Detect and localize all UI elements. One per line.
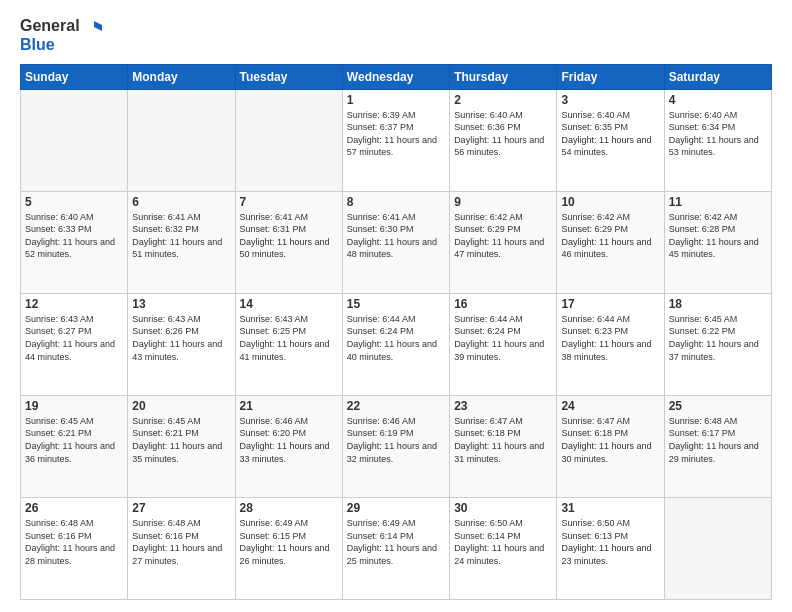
logo-arrow-icon <box>82 16 102 36</box>
day-info: Sunrise: 6:40 AM Sunset: 6:34 PM Dayligh… <box>669 109 767 159</box>
calendar-cell-4-1: 27Sunrise: 6:48 AM Sunset: 6:16 PM Dayli… <box>128 497 235 599</box>
calendar-cell-3-3: 22Sunrise: 6:46 AM Sunset: 6:19 PM Dayli… <box>342 395 449 497</box>
day-number: 29 <box>347 501 445 515</box>
calendar-cell-0-4: 2Sunrise: 6:40 AM Sunset: 6:36 PM Daylig… <box>450 89 557 191</box>
day-number: 25 <box>669 399 767 413</box>
day-info: Sunrise: 6:49 AM Sunset: 6:14 PM Dayligh… <box>347 517 445 567</box>
calendar-cell-2-4: 16Sunrise: 6:44 AM Sunset: 6:24 PM Dayli… <box>450 293 557 395</box>
day-info: Sunrise: 6:45 AM Sunset: 6:21 PM Dayligh… <box>25 415 123 465</box>
day-number: 7 <box>240 195 338 209</box>
day-info: Sunrise: 6:40 AM Sunset: 6:35 PM Dayligh… <box>561 109 659 159</box>
day-number: 20 <box>132 399 230 413</box>
day-number: 22 <box>347 399 445 413</box>
day-number: 23 <box>454 399 552 413</box>
calendar-cell-1-6: 11Sunrise: 6:42 AM Sunset: 6:28 PM Dayli… <box>664 191 771 293</box>
calendar-cell-3-0: 19Sunrise: 6:45 AM Sunset: 6:21 PM Dayli… <box>21 395 128 497</box>
day-info: Sunrise: 6:44 AM Sunset: 6:23 PM Dayligh… <box>561 313 659 363</box>
day-number: 12 <box>25 297 123 311</box>
calendar-cell-1-3: 8Sunrise: 6:41 AM Sunset: 6:30 PM Daylig… <box>342 191 449 293</box>
day-number: 4 <box>669 93 767 107</box>
day-number: 9 <box>454 195 552 209</box>
calendar-cell-0-6: 4Sunrise: 6:40 AM Sunset: 6:34 PM Daylig… <box>664 89 771 191</box>
day-number: 13 <box>132 297 230 311</box>
header-saturday: Saturday <box>664 64 771 89</box>
calendar-cell-1-4: 9Sunrise: 6:42 AM Sunset: 6:29 PM Daylig… <box>450 191 557 293</box>
day-info: Sunrise: 6:41 AM Sunset: 6:31 PM Dayligh… <box>240 211 338 261</box>
calendar-cell-4-6 <box>664 497 771 599</box>
header-tuesday: Tuesday <box>235 64 342 89</box>
day-info: Sunrise: 6:41 AM Sunset: 6:30 PM Dayligh… <box>347 211 445 261</box>
calendar-cell-2-0: 12Sunrise: 6:43 AM Sunset: 6:27 PM Dayli… <box>21 293 128 395</box>
calendar-cell-4-5: 31Sunrise: 6:50 AM Sunset: 6:13 PM Dayli… <box>557 497 664 599</box>
day-number: 3 <box>561 93 659 107</box>
calendar-cell-3-4: 23Sunrise: 6:47 AM Sunset: 6:18 PM Dayli… <box>450 395 557 497</box>
logo-general-text: General <box>20 17 80 35</box>
day-number: 2 <box>454 93 552 107</box>
calendar-cell-1-2: 7Sunrise: 6:41 AM Sunset: 6:31 PM Daylig… <box>235 191 342 293</box>
svg-marker-0 <box>94 21 102 31</box>
day-info: Sunrise: 6:43 AM Sunset: 6:26 PM Dayligh… <box>132 313 230 363</box>
calendar-cell-2-1: 13Sunrise: 6:43 AM Sunset: 6:26 PM Dayli… <box>128 293 235 395</box>
day-info: Sunrise: 6:50 AM Sunset: 6:14 PM Dayligh… <box>454 517 552 567</box>
calendar-cell-2-5: 17Sunrise: 6:44 AM Sunset: 6:23 PM Dayli… <box>557 293 664 395</box>
day-number: 5 <box>25 195 123 209</box>
day-number: 26 <box>25 501 123 515</box>
calendar-cell-3-6: 25Sunrise: 6:48 AM Sunset: 6:17 PM Dayli… <box>664 395 771 497</box>
day-info: Sunrise: 6:50 AM Sunset: 6:13 PM Dayligh… <box>561 517 659 567</box>
day-info: Sunrise: 6:46 AM Sunset: 6:19 PM Dayligh… <box>347 415 445 465</box>
calendar-week-4: 19Sunrise: 6:45 AM Sunset: 6:21 PM Dayli… <box>21 395 772 497</box>
day-info: Sunrise: 6:45 AM Sunset: 6:22 PM Dayligh… <box>669 313 767 363</box>
day-info: Sunrise: 6:45 AM Sunset: 6:21 PM Dayligh… <box>132 415 230 465</box>
day-info: Sunrise: 6:41 AM Sunset: 6:32 PM Dayligh… <box>132 211 230 261</box>
day-number: 17 <box>561 297 659 311</box>
day-info: Sunrise: 6:43 AM Sunset: 6:25 PM Dayligh… <box>240 313 338 363</box>
calendar-cell-0-1 <box>128 89 235 191</box>
page: General Blue SundayMondayTuesdayWednesda… <box>0 0 792 612</box>
day-number: 27 <box>132 501 230 515</box>
day-number: 6 <box>132 195 230 209</box>
logo: General Blue <box>20 16 102 54</box>
day-info: Sunrise: 6:40 AM Sunset: 6:33 PM Dayligh… <box>25 211 123 261</box>
day-info: Sunrise: 6:42 AM Sunset: 6:29 PM Dayligh… <box>561 211 659 261</box>
header-monday: Monday <box>128 64 235 89</box>
day-number: 24 <box>561 399 659 413</box>
calendar-cell-0-3: 1Sunrise: 6:39 AM Sunset: 6:37 PM Daylig… <box>342 89 449 191</box>
day-number: 8 <box>347 195 445 209</box>
day-info: Sunrise: 6:44 AM Sunset: 6:24 PM Dayligh… <box>347 313 445 363</box>
calendar-cell-1-1: 6Sunrise: 6:41 AM Sunset: 6:32 PM Daylig… <box>128 191 235 293</box>
calendar-cell-4-2: 28Sunrise: 6:49 AM Sunset: 6:15 PM Dayli… <box>235 497 342 599</box>
day-number: 18 <box>669 297 767 311</box>
calendar-header-row: SundayMondayTuesdayWednesdayThursdayFrid… <box>21 64 772 89</box>
day-info: Sunrise: 6:42 AM Sunset: 6:28 PM Dayligh… <box>669 211 767 261</box>
calendar-cell-3-1: 20Sunrise: 6:45 AM Sunset: 6:21 PM Dayli… <box>128 395 235 497</box>
day-info: Sunrise: 6:47 AM Sunset: 6:18 PM Dayligh… <box>561 415 659 465</box>
calendar-cell-0-0 <box>21 89 128 191</box>
calendar-cell-4-4: 30Sunrise: 6:50 AM Sunset: 6:14 PM Dayli… <box>450 497 557 599</box>
day-info: Sunrise: 6:48 AM Sunset: 6:17 PM Dayligh… <box>669 415 767 465</box>
day-number: 19 <box>25 399 123 413</box>
day-number: 10 <box>561 195 659 209</box>
day-info: Sunrise: 6:40 AM Sunset: 6:36 PM Dayligh… <box>454 109 552 159</box>
calendar-cell-2-3: 15Sunrise: 6:44 AM Sunset: 6:24 PM Dayli… <box>342 293 449 395</box>
day-info: Sunrise: 6:49 AM Sunset: 6:15 PM Dayligh… <box>240 517 338 567</box>
header: General Blue <box>20 16 772 54</box>
day-number: 28 <box>240 501 338 515</box>
day-info: Sunrise: 6:39 AM Sunset: 6:37 PM Dayligh… <box>347 109 445 159</box>
day-number: 21 <box>240 399 338 413</box>
header-sunday: Sunday <box>21 64 128 89</box>
calendar-cell-1-5: 10Sunrise: 6:42 AM Sunset: 6:29 PM Dayli… <box>557 191 664 293</box>
day-info: Sunrise: 6:44 AM Sunset: 6:24 PM Dayligh… <box>454 313 552 363</box>
calendar-week-2: 5Sunrise: 6:40 AM Sunset: 6:33 PM Daylig… <box>21 191 772 293</box>
day-number: 31 <box>561 501 659 515</box>
day-info: Sunrise: 6:48 AM Sunset: 6:16 PM Dayligh… <box>132 517 230 567</box>
day-info: Sunrise: 6:43 AM Sunset: 6:27 PM Dayligh… <box>25 313 123 363</box>
day-number: 16 <box>454 297 552 311</box>
calendar-cell-4-0: 26Sunrise: 6:48 AM Sunset: 6:16 PM Dayli… <box>21 497 128 599</box>
day-info: Sunrise: 6:42 AM Sunset: 6:29 PM Dayligh… <box>454 211 552 261</box>
calendar-week-1: 1Sunrise: 6:39 AM Sunset: 6:37 PM Daylig… <box>21 89 772 191</box>
day-info: Sunrise: 6:48 AM Sunset: 6:16 PM Dayligh… <box>25 517 123 567</box>
day-number: 1 <box>347 93 445 107</box>
calendar-cell-4-3: 29Sunrise: 6:49 AM Sunset: 6:14 PM Dayli… <box>342 497 449 599</box>
calendar-cell-0-5: 3Sunrise: 6:40 AM Sunset: 6:35 PM Daylig… <box>557 89 664 191</box>
calendar-cell-0-2 <box>235 89 342 191</box>
